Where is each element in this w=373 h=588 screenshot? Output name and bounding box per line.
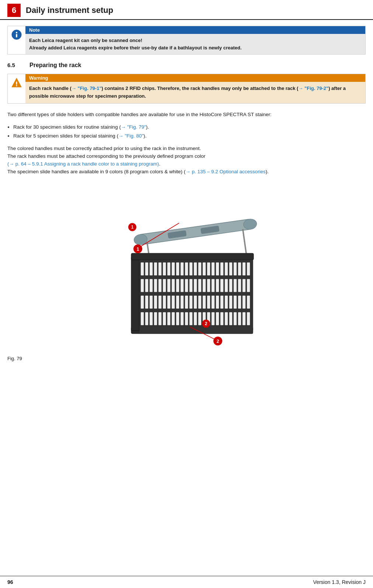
svg-rect-49 <box>167 279 170 292</box>
svg-rect-26 <box>176 262 179 275</box>
bullet-text-1b: ). <box>146 124 149 130</box>
note-line-1: Each Leica reagent kit can only be scann… <box>29 37 362 44</box>
callout-2: 2 <box>202 320 210 328</box>
svg-rect-29 <box>189 262 192 275</box>
svg-rect-111 <box>220 312 223 325</box>
warning-box: Warning Each rack handle (→ "Fig. 79-1")… <box>7 74 366 104</box>
svg-rect-63 <box>229 279 232 292</box>
svg-rect-91 <box>243 296 245 309</box>
svg-rect-32 <box>203 262 206 275</box>
svg-rect-52 <box>181 279 184 292</box>
svg-rect-47 <box>158 279 161 292</box>
svg-rect-76 <box>176 296 179 309</box>
program-color-link[interactable]: (→ p. 64 – 5.9.1 Assigning a rack handle… <box>7 161 159 167</box>
svg-rect-22 <box>158 262 161 275</box>
svg-rect-43 <box>141 279 144 292</box>
fig79-1-link[interactable]: → "Fig. 79-1" <box>72 86 102 91</box>
svg-rect-80 <box>194 296 197 309</box>
svg-rect-117 <box>247 312 250 325</box>
svg-rect-113 <box>229 312 232 325</box>
svg-text:2: 2 <box>216 338 219 344</box>
svg-rect-106 <box>198 312 201 325</box>
svg-rect-68 <box>141 296 144 309</box>
warning-icon <box>11 77 22 88</box>
warning-content: Warning Each rack handle (→ "Fig. 79-1")… <box>25 74 365 103</box>
svg-rect-114 <box>234 312 237 325</box>
warning-header: Warning <box>25 74 365 82</box>
svg-rect-100 <box>172 312 175 325</box>
svg-rect-19 <box>145 262 148 275</box>
section-title: Preparing the rack <box>29 62 81 69</box>
svg-rect-75 <box>172 296 175 309</box>
note-line-2: Already added Leica reagents expire befo… <box>29 44 362 52</box>
bullet-text-2b: ). <box>143 133 146 139</box>
svg-rect-104 <box>189 312 192 325</box>
svg-rect-59 <box>212 279 215 292</box>
svg-rect-115 <box>238 312 241 325</box>
svg-rect-42 <box>247 262 250 275</box>
svg-rect-2 <box>16 34 17 37</box>
svg-rect-67 <box>247 279 250 292</box>
svg-rect-39 <box>234 262 237 275</box>
svg-rect-64 <box>234 279 237 292</box>
body-paragraph-2: The colored handles must be correctly at… <box>7 145 366 176</box>
svg-rect-23 <box>163 262 166 275</box>
svg-rect-25 <box>172 262 175 275</box>
svg-rect-58 <box>207 279 210 292</box>
svg-rect-37 <box>225 262 228 275</box>
svg-rect-28 <box>185 262 188 275</box>
svg-rect-4 <box>16 81 17 84</box>
figure-container: 1 2 <box>105 183 268 353</box>
note-icon-col <box>8 26 25 54</box>
svg-rect-70 <box>150 296 153 309</box>
svg-rect-72 <box>158 296 161 309</box>
svg-rect-69 <box>145 296 148 309</box>
svg-rect-78 <box>185 296 188 309</box>
chapter-badge: 6 <box>7 4 21 17</box>
svg-rect-18 <box>141 262 144 275</box>
svg-rect-51 <box>176 279 179 292</box>
svg-rect-20 <box>150 262 153 275</box>
svg-rect-36 <box>220 262 223 275</box>
note-body: Each Leica reagent kit can only be scann… <box>25 34 365 54</box>
warning-text-part1: Each rack handle ( <box>29 86 72 91</box>
svg-rect-83 <box>207 296 210 309</box>
svg-rect-30 <box>194 262 197 275</box>
svg-rect-112 <box>225 312 228 325</box>
svg-rect-93 <box>141 312 144 325</box>
section-heading: 6.5 Preparing the rack <box>7 62 366 69</box>
svg-rect-16 <box>131 253 254 260</box>
svg-rect-74 <box>167 296 170 309</box>
body-text-2a: The colored handles must be correctly at… <box>7 146 205 159</box>
svg-rect-73 <box>163 296 166 309</box>
body-text-2c: ). <box>266 169 269 174</box>
svg-rect-101 <box>176 312 179 325</box>
version-info: Version 1.3, Revision J <box>313 579 366 585</box>
svg-rect-46 <box>154 279 157 292</box>
fig80-link[interactable]: → "Fig. 80" <box>118 133 143 139</box>
rack-illustration: 1 2 <box>105 183 268 353</box>
note-content: Note Each Leica reagent kit can only be … <box>25 26 365 54</box>
svg-rect-95 <box>150 312 153 325</box>
figure-caption: Fig. 79 <box>7 356 22 361</box>
section-number: 6.5 <box>7 62 22 68</box>
fig79-2-link[interactable]: → "Fig. 79-2" <box>298 86 328 91</box>
bullet-list: Rack for 30 specimen slides for routine … <box>13 123 366 141</box>
svg-rect-97 <box>158 312 161 325</box>
svg-rect-98 <box>163 312 166 325</box>
warning-text: Each rack handle (→ "Fig. 79-1") contain… <box>29 85 362 100</box>
svg-rect-48 <box>163 279 166 292</box>
svg-rect-102 <box>181 312 184 325</box>
svg-rect-56 <box>198 279 201 292</box>
svg-rect-96 <box>154 312 157 325</box>
list-item: Rack for 30 specimen slides for routine … <box>13 123 366 132</box>
svg-rect-109 <box>212 312 215 325</box>
svg-rect-38 <box>229 262 232 275</box>
svg-rect-24 <box>167 262 170 275</box>
svg-rect-34 <box>212 262 215 275</box>
svg-rect-44 <box>145 279 148 292</box>
optional-accessories-link[interactable]: → p. 135 – 9.2 Optional accessories <box>185 169 266 174</box>
svg-rect-41 <box>243 262 245 275</box>
callout-1: 1 <box>128 223 136 231</box>
fig79-link[interactable]: → "Fig. 79" <box>121 124 146 130</box>
